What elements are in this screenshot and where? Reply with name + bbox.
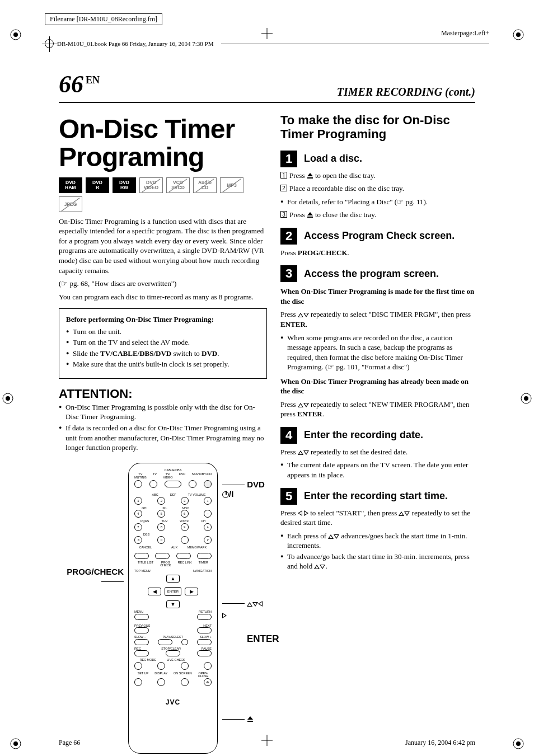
step-bullet: Each press of advances/goes back the sta… [280, 531, 475, 551]
bookline-rule [221, 44, 489, 44]
prerequisites-heading: Before performing On-Disc Timer Programi… [66, 314, 260, 325]
registration-mark [519, 392, 533, 405]
attention-item: On-Disc Timer Programing is possible onl… [59, 402, 267, 422]
remote-label-eject [222, 713, 267, 723]
step-subheading: When On-Disc Timer Programing is made fo… [280, 287, 475, 306]
step-number: 5 [280, 488, 297, 505]
remote-figure: PROG/CHECK CABLE/DBS TVMUTINGTVTV/VIDEOD… [59, 463, 267, 754]
step-line: 2Place a recordable disc on the disc tra… [280, 184, 475, 194]
remote-logo: JVC [134, 698, 212, 706]
registration-mark [512, 28, 525, 41]
down-arrow-icon [303, 313, 309, 317]
badge-vcd-svcd: VCD SVCD [166, 177, 190, 193]
intro-ref: (☞ pg. 68, "How discs are overwritten") [59, 279, 267, 289]
step-body: Press PROG/CHECK. [280, 248, 475, 258]
down-arrow-icon [404, 511, 410, 516]
badge-jpeg: JPEG [59, 196, 82, 212]
step-bullet: The current date appears on the TV scree… [280, 460, 475, 480]
step-3: 3 Access the program screen. [280, 265, 475, 282]
step-body: Press to select "START", then press repe… [280, 508, 475, 528]
svg-point-11 [516, 741, 521, 746]
masterpage-label: Masterpage:Left+ [441, 29, 489, 37]
step-5: 5 Enter the recording start time. [280, 488, 475, 505]
section-title: TIMER RECORDING (cont.) [337, 86, 475, 98]
step-subheading: When On-Disc Timer Programing has alread… [280, 377, 475, 396]
step-number: 1 [280, 151, 297, 167]
right-arrow-icon [304, 510, 308, 516]
registration-mark [1, 392, 15, 405]
bookline-icon [45, 39, 54, 48]
up-arrow-icon [298, 450, 303, 455]
step-bullet: For details, refer to "Placing a Disc" (… [280, 197, 475, 207]
step-label: Enter the recording start time. [304, 490, 448, 502]
filename-label: Filename [DR-M10U_08Recording.fm] [45, 13, 162, 25]
prereq-item: Slide the TV/CABLE/DBS/DVD switch to DVD… [66, 349, 260, 359]
power-icon [222, 491, 229, 498]
step-number: 2 [280, 228, 297, 245]
step-bullet: To advance/go back the start time in 30-… [280, 552, 475, 571]
format-badges: DVD RAM DVD R DVD RW DVD VIDEO VCD SVCD … [59, 177, 267, 212]
intro-paragraph-2: You can program each disc to timer-recor… [59, 292, 267, 302]
remote-label-progcheck: PROG/CHECK [59, 567, 124, 586]
step-2: 2 Access Program Check screen. [280, 228, 475, 245]
prerequisites-box: Before performing On-Disc Timer Programi… [59, 308, 267, 379]
up-arrow-icon [298, 403, 303, 407]
step-body: Press repeatedly to select "NEW TIMER PR… [280, 400, 475, 419]
page-number-value: 66 [59, 71, 83, 98]
intro-paragraph: On-Disc Timer Programing is a function u… [59, 217, 267, 275]
remote-label-dvd-power: DVD/I [222, 480, 267, 499]
attention-heading: ATTENTION: [59, 387, 267, 401]
svg-point-7 [524, 396, 528, 401]
step-body: Press repeatedly to set the desired date… [280, 447, 475, 457]
badge-dvd-ram: DVD RAM [59, 177, 82, 193]
prereq-item: Make sure that the unit's built-in clock… [66, 359, 260, 369]
bookline-text: DR-M10U_01.book Page 66 Friday, January … [57, 40, 213, 47]
svg-point-3 [516, 32, 521, 37]
footer-date: January 16, 2004 6:42 pm [405, 739, 475, 747]
down-arrow-icon [303, 403, 309, 407]
page-number: 66EN [59, 70, 100, 98]
down-arrow-icon [303, 450, 309, 455]
prereq-item: Turn on the unit. [66, 327, 260, 337]
step-line: 3Press to close the disc tray. [280, 210, 475, 220]
step-number: 3 [280, 265, 297, 282]
step-label: Load a disc. [304, 153, 362, 165]
step-4: 4 Enter the recording date. [280, 427, 475, 444]
eject-icon [307, 212, 313, 218]
badge-mp3: MP3 [220, 177, 243, 193]
page-lang: EN [86, 74, 100, 86]
step-body: Press repeatedly to select "DISC TIMER P… [280, 309, 475, 329]
remote-control-drawing: CABLE/DBS TVMUTINGTVTV/VIDEODVDSTANDBY/O… [128, 463, 218, 754]
svg-point-1 [13, 32, 18, 37]
remote-label-arrows: ENTER [222, 585, 267, 646]
page-title: On-Disc Timer Programing [59, 115, 267, 172]
left-arrow-icon [298, 510, 302, 516]
registration-mark [9, 28, 22, 41]
badge-audio-cd: Audio CD [193, 177, 217, 193]
prereq-item: Turn on the TV and select the AV mode. [66, 337, 260, 348]
crosshair-mark [261, 28, 273, 39]
step-line: 1Press to open the disc tray. [280, 171, 475, 181]
step-label: Enter the recording date. [304, 429, 423, 441]
step-label: Access the program screen. [304, 268, 439, 280]
eject-icon [247, 716, 254, 722]
step-1: 1 Load a disc. [280, 151, 475, 167]
badge-dvd-rw: DVD RW [113, 177, 136, 193]
registration-mark [512, 737, 525, 750]
procedure-heading: To make the disc for On-Disc Timer Progr… [280, 113, 475, 142]
badge-dvd-video: DVD VIDEO [139, 177, 163, 193]
step-label: Access Program Check screen. [304, 230, 455, 242]
registration-mark [9, 737, 22, 750]
up-arrow-icon [298, 313, 303, 317]
svg-point-9 [13, 741, 18, 746]
eject-icon [307, 173, 313, 179]
up-arrow-icon [399, 511, 404, 516]
step-number: 4 [280, 427, 297, 444]
footer-page: Page 66 [59, 739, 80, 747]
svg-point-5 [6, 396, 10, 401]
badge-dvd-r: DVD R [86, 177, 109, 193]
attention-item: If data is recorded on a disc for On-Dis… [59, 423, 267, 453]
step-bullet: When some programs are recorded on the d… [280, 333, 475, 372]
